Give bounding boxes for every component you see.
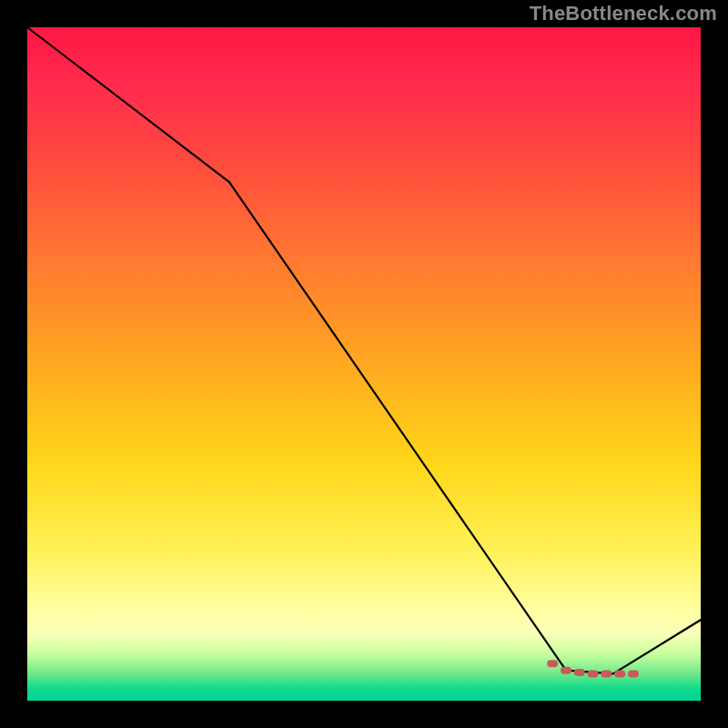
chart-svg (27, 27, 701, 701)
plot-area (27, 27, 701, 701)
red-dot (574, 669, 585, 676)
chart-frame: TheBottleneck.com (0, 0, 728, 728)
watermark-text: TheBottleneck.com (530, 2, 717, 25)
red-dot (614, 670, 625, 677)
red-dot (547, 660, 558, 667)
series-black-line (27, 27, 701, 673)
red-dot (601, 670, 612, 677)
red-dot (561, 667, 571, 674)
red-dot (628, 670, 639, 677)
red-dot (588, 670, 599, 677)
